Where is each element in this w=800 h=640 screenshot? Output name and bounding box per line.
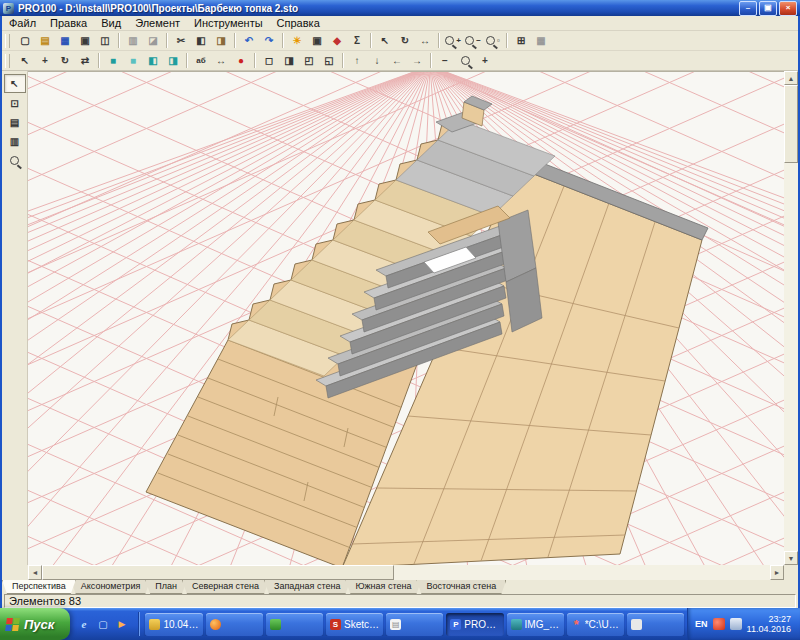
- price-list-button[interactable]: ◪: [143, 32, 163, 49]
- cut-button[interactable]: ✂: [171, 32, 191, 49]
- side-report-button[interactable]: ▤: [5, 114, 25, 131]
- rotate-tool-button[interactable]: ↻: [55, 52, 75, 69]
- vertical-scrollbar[interactable]: ▲ ▼: [784, 71, 798, 565]
- tray-app-icon[interactable]: [713, 618, 725, 630]
- view-top-button[interactable]: ◰: [299, 52, 319, 69]
- scroll-up-button[interactable]: ▲: [784, 71, 798, 85]
- toolbar-grip[interactable]: [5, 54, 10, 68]
- taskbar-button-users-folder[interactable]: * *C:\Users\KS...: [567, 613, 624, 636]
- side-frame-button[interactable]: ⊡: [5, 95, 25, 112]
- scroll-right-button[interactable]: ►: [770, 565, 784, 580]
- side-list-button[interactable]: ▥: [5, 133, 25, 150]
- nudge-left-button[interactable]: ←: [387, 52, 407, 69]
- element-panel-right-button[interactable]: ◨: [163, 52, 183, 69]
- dimension-tool-button[interactable]: ↔: [211, 52, 231, 69]
- menu-edit[interactable]: Правка: [43, 17, 94, 29]
- zoom-indicator-button[interactable]: [455, 52, 475, 69]
- new-document-button[interactable]: ▢: [15, 32, 35, 49]
- taskbar-button-folder[interactable]: 10.04.16: [145, 613, 202, 636]
- zoom-window-button[interactable]: ▫: [483, 32, 503, 49]
- toolbar-separator: [506, 33, 508, 48]
- summary-button[interactable]: Σ: [347, 32, 367, 49]
- tab-perspective[interactable]: Перспектива: [2, 580, 76, 594]
- tab-plan[interactable]: План: [145, 580, 187, 594]
- menu-view[interactable]: Вид: [94, 17, 128, 29]
- toolbar-grip[interactable]: [5, 34, 10, 48]
- taskbar-button-sketchup[interactable]: S SketchUp8 + ...: [326, 613, 383, 636]
- scroll-down-button[interactable]: ▼: [784, 551, 798, 565]
- taskbar-button-firefox[interactable]: [206, 613, 263, 636]
- zoom-in-button[interactable]: +: [443, 32, 463, 49]
- paste-button[interactable]: ◨: [211, 32, 231, 49]
- nudge-right-button[interactable]: →: [407, 52, 427, 69]
- marker-tool-button[interactable]: ●: [231, 52, 251, 69]
- pan-button[interactable]: ↔: [415, 32, 435, 49]
- zoom-out-button[interactable]: −: [463, 32, 483, 49]
- zoom-plus-button[interactable]: +: [475, 52, 495, 69]
- view-iso-button[interactable]: ◱: [319, 52, 339, 69]
- copy-button[interactable]: ◧: [191, 32, 211, 49]
- tab-axonometry[interactable]: Аксонометрия: [71, 580, 151, 594]
- tab-east-wall[interactable]: Восточная стена: [416, 580, 506, 594]
- text-tool-button[interactable]: аб: [191, 52, 211, 69]
- toolbar-separator: [342, 53, 344, 68]
- taskbar-button-app[interactable]: [266, 613, 323, 636]
- orbit-button[interactable]: ↻: [395, 32, 415, 49]
- print-preview-button[interactable]: ◫: [95, 32, 115, 49]
- side-select-button[interactable]: ↖: [4, 74, 26, 93]
- move-tool-button[interactable]: +: [35, 52, 55, 69]
- quick-launch: e ▢ ▶: [76, 617, 129, 632]
- view-front-button[interactable]: ◻: [259, 52, 279, 69]
- settings-button[interactable]: ▦: [531, 32, 551, 49]
- view-side-button[interactable]: ◨: [279, 52, 299, 69]
- undo-button[interactable]: ↶: [239, 32, 259, 49]
- media-player-icon[interactable]: ▶: [114, 617, 129, 632]
- taskbar-button-pro100[interactable]: P PRO100: [446, 613, 503, 636]
- mirror-tool-button[interactable]: ⇄: [75, 52, 95, 69]
- horizontal-scrollbar[interactable]: ◄ ►: [28, 565, 784, 580]
- menu-tools[interactable]: Инструменты: [187, 17, 270, 29]
- taskbar-button-notepad[interactable]: ▤: [386, 613, 443, 636]
- close-button[interactable]: ×: [779, 1, 797, 16]
- language-indicator[interactable]: EN: [695, 619, 708, 629]
- viewport[interactable]: [28, 71, 784, 565]
- start-button[interactable]: Пуск: [0, 608, 70, 640]
- title-bar[interactable]: P PRO100 - D:\Install\PRO100\Проекты\Бар…: [0, 0, 800, 16]
- select-tool-button[interactable]: ↖: [15, 52, 35, 69]
- menu-element[interactable]: Элемент: [128, 17, 187, 29]
- minimize-button[interactable]: –: [739, 1, 757, 16]
- tray-volume-icon[interactable]: [730, 618, 742, 630]
- render-button[interactable]: ☀: [287, 32, 307, 49]
- open-button[interactable]: ▤: [35, 32, 55, 49]
- element-board-button[interactable]: ■: [123, 52, 143, 69]
- internet-explorer-icon[interactable]: e: [76, 617, 91, 632]
- nudge-up-button[interactable]: ↑: [347, 52, 367, 69]
- tab-west-wall[interactable]: Западная стена: [264, 580, 350, 594]
- show-desktop-icon[interactable]: ▢: [95, 617, 110, 632]
- redo-button[interactable]: ↷: [259, 32, 279, 49]
- side-zoom-button[interactable]: [5, 152, 25, 169]
- print-button[interactable]: ▣: [75, 32, 95, 49]
- taskbar-button-blank[interactable]: [627, 613, 684, 636]
- menu-file[interactable]: Файл: [2, 17, 43, 29]
- element-panel-left-button[interactable]: ◧: [143, 52, 163, 69]
- colors-button[interactable]: ◆: [327, 32, 347, 49]
- viewport-canvas[interactable]: [28, 72, 784, 565]
- horizontal-scroll-thumb[interactable]: [42, 565, 394, 580]
- zoom-minus-button[interactable]: −: [435, 52, 455, 69]
- element-box-button[interactable]: ■: [103, 52, 123, 69]
- save-button[interactable]: ▦: [55, 32, 75, 49]
- tab-south-wall[interactable]: Южная стена: [345, 580, 421, 594]
- grid-button[interactable]: ⊞: [511, 32, 531, 49]
- vertical-scroll-thumb[interactable]: [784, 85, 798, 163]
- nudge-down-button[interactable]: ↓: [367, 52, 387, 69]
- pointer-button[interactable]: ↖: [375, 32, 395, 49]
- taskbar-button-image[interactable]: IMG_2016041...: [507, 613, 564, 636]
- menu-help[interactable]: Справка: [270, 17, 327, 29]
- tab-north-wall[interactable]: Северная стена: [182, 580, 269, 594]
- report-button[interactable]: ▥: [123, 32, 143, 49]
- clock[interactable]: 23:27 11.04.2016: [747, 614, 791, 634]
- maximize-button[interactable]: ▣: [759, 1, 777, 16]
- camera-button[interactable]: ▣: [307, 32, 327, 49]
- scroll-left-button[interactable]: ◄: [28, 565, 42, 580]
